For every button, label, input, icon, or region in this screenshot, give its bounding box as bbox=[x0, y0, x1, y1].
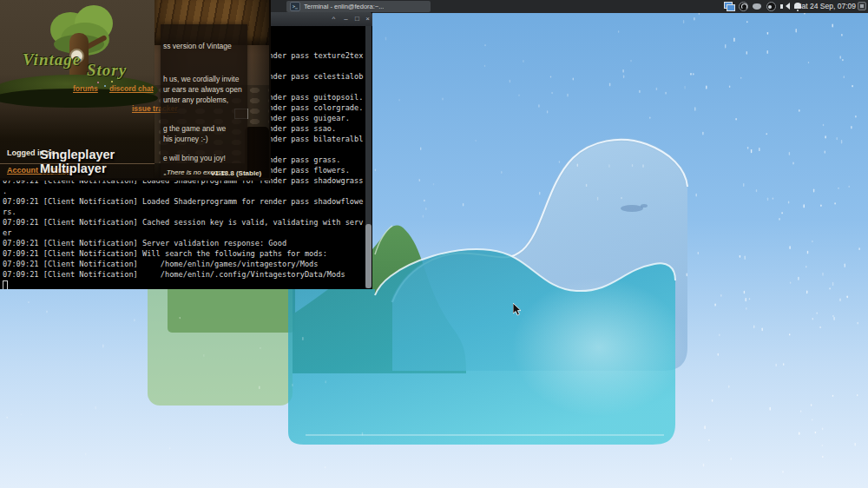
panel-clock[interactable]: Sat 24 Sep, 07:09 bbox=[797, 0, 856, 13]
whale-shape bbox=[621, 205, 643, 212]
terminal-line: . bbox=[3, 187, 7, 196]
front-pane-cloud bbox=[512, 278, 686, 417]
steam-icon[interactable] bbox=[766, 1, 777, 12]
terminal-line: rs. bbox=[3, 208, 16, 217]
terminal-line: 07:09:21 [Client Notification] Loaded Sh… bbox=[3, 197, 363, 207]
discord-icon[interactable] bbox=[752, 1, 763, 12]
terminal-line: 07:09:21 [Client Notification] /home/enl… bbox=[3, 260, 319, 269]
news-line: e will bring you joy! bbox=[163, 154, 226, 162]
logo-word-vintage: Vintage bbox=[23, 50, 81, 69]
flower bbox=[111, 81, 113, 82]
news-line: ur ears are always open bbox=[163, 85, 242, 94]
taskbar-window-button[interactable]: >_ Terminal - enlin@fedora:~... bbox=[286, 1, 431, 12]
vintage-story-window: Vintage Story forums discord chat issue … bbox=[0, 0, 271, 181]
news-tooltip: ss version of Vintageh us, we cordially … bbox=[161, 24, 247, 178]
network-icon[interactable] bbox=[724, 1, 735, 12]
whale-tail bbox=[641, 204, 648, 208]
terminal-scrollbar-thumb[interactable] bbox=[365, 224, 372, 288]
terminal-line: 07:09:21 [Client Notification] Server va… bbox=[3, 239, 286, 248]
terminal-cursor bbox=[3, 280, 8, 289]
discord-chat-link[interactable]: discord chat bbox=[109, 84, 154, 93]
minimize-button[interactable]: – bbox=[341, 14, 351, 24]
terminal-line: 07:09:21 [Client Notification] Will sear… bbox=[3, 249, 327, 259]
terminal-line: er bbox=[3, 228, 11, 238]
close-button[interactable]: × bbox=[363, 14, 372, 24]
forums-link[interactable]: forums bbox=[73, 84, 98, 93]
volume-icon[interactable] bbox=[779, 1, 791, 12]
action-icon[interactable] bbox=[858, 2, 866, 10]
version-label: v1.18.8 (Stable) bbox=[211, 169, 261, 177]
terminal-line: 07:09:21 [Client Notification] Cached se… bbox=[3, 218, 363, 228]
maximize-button[interactable]: □ bbox=[352, 14, 362, 24]
news-line: h us, we cordially invite bbox=[163, 75, 239, 83]
terminal-line: 07:09:21 [Client Notification] /home/enl… bbox=[3, 270, 345, 280]
obs-icon[interactable] bbox=[738, 1, 749, 12]
taskbar-window-label: Terminal - enlin@fedora:~... bbox=[304, 3, 384, 10]
logo-word-story: Story bbox=[87, 61, 127, 80]
news-line: unter any problems, bbox=[163, 96, 228, 104]
terminal-app-icon: >_ bbox=[290, 2, 300, 11]
flower bbox=[97, 82, 99, 83]
desktop: >_ Terminal - enlin@fedora:~... Sat 24 S… bbox=[0, 0, 868, 488]
mouse-cursor bbox=[513, 303, 523, 317]
flower bbox=[104, 85, 106, 87]
multiplayer-button[interactable]: Multiplayer bbox=[40, 162, 107, 175]
shade-button[interactable]: ^ bbox=[329, 14, 339, 24]
news-line: g the game and we bbox=[163, 124, 226, 133]
singleplayer-button[interactable]: Singleplayer bbox=[40, 148, 115, 162]
news-line: his journey :-) bbox=[163, 135, 208, 143]
news-line: ss version of Vintage bbox=[163, 42, 232, 50]
